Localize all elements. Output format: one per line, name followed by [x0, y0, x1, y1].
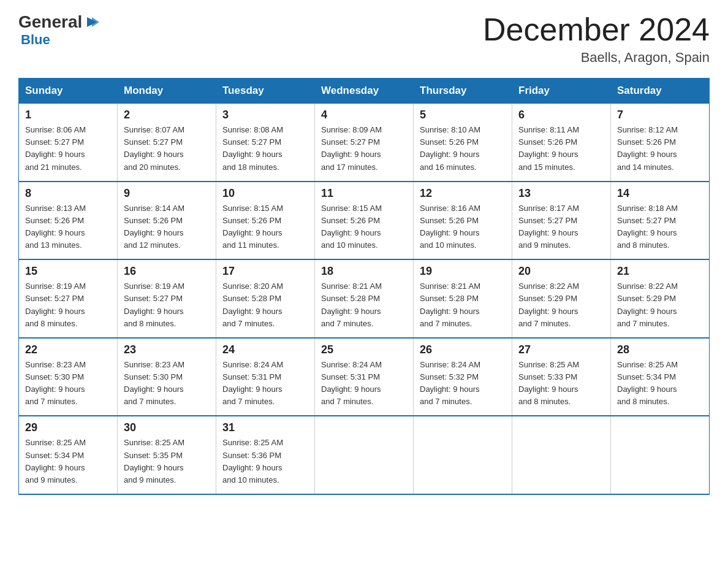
- day-info: Sunrise: 8:18 AM Sunset: 5:27 PM Dayligh…: [617, 202, 703, 252]
- day-info: Sunrise: 8:24 AM Sunset: 5:31 PM Dayligh…: [222, 359, 308, 408]
- calendar-day-cell: 4 Sunrise: 8:09 AM Sunset: 5:27 PM Dayli…: [315, 104, 414, 182]
- calendar-day-cell: 21 Sunrise: 8:22 AM Sunset: 5:29 PM Dayl…: [611, 259, 710, 338]
- day-info: Sunrise: 8:24 AM Sunset: 5:32 PM Dayligh…: [420, 359, 506, 408]
- day-info: Sunrise: 8:12 AM Sunset: 5:26 PM Dayligh…: [617, 124, 703, 174]
- calendar-empty-cell: [414, 416, 512, 494]
- calendar-week-row: 22 Sunrise: 8:23 AM Sunset: 5:30 PM Dayl…: [19, 338, 710, 416]
- calendar-day-cell: 17 Sunrise: 8:20 AM Sunset: 5:28 PM Dayl…: [216, 259, 315, 338]
- logo: General Blue: [18, 12, 102, 48]
- calendar-header-row: SundayMondayTuesdayWednesdayThursdayFrid…: [19, 79, 710, 104]
- day-info: Sunrise: 8:08 AM Sunset: 5:27 PM Dayligh…: [222, 124, 308, 174]
- page-header: General Blue December 2024 Baells, Arago…: [18, 12, 710, 66]
- day-number: 3: [222, 109, 308, 121]
- day-info: Sunrise: 8:25 AM Sunset: 5:35 PM Dayligh…: [124, 437, 210, 486]
- calendar-empty-cell: [315, 416, 414, 494]
- calendar-day-cell: 26 Sunrise: 8:24 AM Sunset: 5:32 PM Dayl…: [414, 338, 512, 416]
- calendar-day-cell: 9 Sunrise: 8:14 AM Sunset: 5:26 PM Dayli…: [118, 182, 216, 260]
- day-number: 13: [518, 187, 604, 200]
- calendar-day-cell: 25 Sunrise: 8:24 AM Sunset: 5:31 PM Dayl…: [315, 338, 414, 416]
- day-info: Sunrise: 8:13 AM Sunset: 5:26 PM Dayligh…: [25, 202, 111, 252]
- day-number: 25: [321, 343, 407, 356]
- day-number: 10: [222, 187, 308, 200]
- day-info: Sunrise: 8:22 AM Sunset: 5:29 PM Dayligh…: [617, 280, 703, 330]
- weekday-header-tuesday: Tuesday: [216, 79, 315, 104]
- weekday-header-wednesday: Wednesday: [315, 79, 414, 104]
- logo-general-text: General: [18, 12, 82, 32]
- day-number: 14: [617, 187, 703, 200]
- calendar-day-cell: 1 Sunrise: 8:06 AM Sunset: 5:27 PM Dayli…: [19, 104, 118, 182]
- day-number: 11: [321, 187, 407, 200]
- calendar-day-cell: 19 Sunrise: 8:21 AM Sunset: 5:28 PM Dayl…: [414, 259, 512, 338]
- day-number: 9: [124, 187, 210, 200]
- day-info: Sunrise: 8:20 AM Sunset: 5:28 PM Dayligh…: [222, 280, 308, 330]
- day-info: Sunrise: 8:17 AM Sunset: 5:27 PM Dayligh…: [518, 202, 604, 252]
- day-number: 31: [222, 421, 308, 434]
- day-info: Sunrise: 8:19 AM Sunset: 5:27 PM Dayligh…: [25, 280, 111, 330]
- calendar-day-cell: 28 Sunrise: 8:25 AM Sunset: 5:34 PM Dayl…: [611, 338, 710, 416]
- day-number: 20: [518, 265, 604, 278]
- calendar-day-cell: 20 Sunrise: 8:22 AM Sunset: 5:29 PM Dayl…: [512, 259, 611, 338]
- day-info: Sunrise: 8:14 AM Sunset: 5:26 PM Dayligh…: [124, 202, 210, 252]
- day-number: 27: [518, 343, 604, 356]
- calendar-day-cell: 18 Sunrise: 8:21 AM Sunset: 5:28 PM Dayl…: [315, 259, 414, 338]
- day-number: 24: [222, 343, 308, 356]
- day-number: 12: [420, 187, 506, 200]
- calendar-day-cell: 13 Sunrise: 8:17 AM Sunset: 5:27 PM Dayl…: [512, 182, 611, 260]
- day-info: Sunrise: 8:15 AM Sunset: 5:26 PM Dayligh…: [222, 202, 308, 252]
- calendar-table: SundayMondayTuesdayWednesdayThursdayFrid…: [18, 78, 710, 495]
- logo-blue-text: Blue: [21, 32, 102, 48]
- calendar-day-cell: 7 Sunrise: 8:12 AM Sunset: 5:26 PM Dayli…: [611, 104, 710, 182]
- calendar-day-cell: 6 Sunrise: 8:11 AM Sunset: 5:26 PM Dayli…: [512, 104, 611, 182]
- day-number: 5: [420, 109, 506, 121]
- calendar-day-cell: 5 Sunrise: 8:10 AM Sunset: 5:26 PM Dayli…: [414, 104, 512, 182]
- calendar-empty-cell: [611, 416, 710, 494]
- day-info: Sunrise: 8:07 AM Sunset: 5:27 PM Dayligh…: [124, 124, 210, 174]
- day-number: 18: [321, 265, 407, 278]
- day-number: 1: [25, 109, 111, 121]
- day-info: Sunrise: 8:11 AM Sunset: 5:26 PM Dayligh…: [518, 124, 604, 174]
- day-info: Sunrise: 8:21 AM Sunset: 5:28 PM Dayligh…: [420, 280, 506, 330]
- calendar-empty-cell: [512, 416, 611, 494]
- day-number: 15: [25, 265, 111, 278]
- weekday-header-monday: Monday: [118, 79, 216, 104]
- calendar-week-row: 15 Sunrise: 8:19 AM Sunset: 5:27 PM Dayl…: [19, 259, 710, 338]
- day-info: Sunrise: 8:15 AM Sunset: 5:26 PM Dayligh…: [321, 202, 407, 252]
- day-number: 7: [617, 109, 703, 121]
- day-info: Sunrise: 8:21 AM Sunset: 5:28 PM Dayligh…: [321, 280, 407, 330]
- calendar-day-cell: 3 Sunrise: 8:08 AM Sunset: 5:27 PM Dayli…: [216, 104, 315, 182]
- calendar-day-cell: 15 Sunrise: 8:19 AM Sunset: 5:27 PM Dayl…: [19, 259, 118, 338]
- calendar-day-cell: 12 Sunrise: 8:16 AM Sunset: 5:26 PM Dayl…: [414, 182, 512, 260]
- weekday-header-thursday: Thursday: [414, 79, 512, 104]
- day-number: 22: [25, 343, 111, 356]
- day-info: Sunrise: 8:23 AM Sunset: 5:30 PM Dayligh…: [124, 359, 210, 408]
- day-info: Sunrise: 8:25 AM Sunset: 5:34 PM Dayligh…: [25, 437, 111, 486]
- day-info: Sunrise: 8:25 AM Sunset: 5:34 PM Dayligh…: [617, 359, 703, 408]
- day-info: Sunrise: 8:23 AM Sunset: 5:30 PM Dayligh…: [25, 359, 111, 408]
- calendar-week-row: 1 Sunrise: 8:06 AM Sunset: 5:27 PM Dayli…: [19, 104, 710, 182]
- calendar-day-cell: 8 Sunrise: 8:13 AM Sunset: 5:26 PM Dayli…: [19, 182, 118, 260]
- day-info: Sunrise: 8:19 AM Sunset: 5:27 PM Dayligh…: [124, 280, 210, 330]
- day-number: 16: [124, 265, 210, 278]
- day-number: 29: [25, 421, 111, 434]
- day-number: 8: [25, 187, 111, 200]
- day-number: 30: [124, 421, 210, 434]
- weekday-header-saturday: Saturday: [611, 79, 710, 104]
- day-info: Sunrise: 8:09 AM Sunset: 5:27 PM Dayligh…: [321, 124, 407, 174]
- day-info: Sunrise: 8:06 AM Sunset: 5:27 PM Dayligh…: [25, 124, 111, 174]
- calendar-day-cell: 30 Sunrise: 8:25 AM Sunset: 5:35 PM Dayl…: [118, 416, 216, 494]
- day-number: 23: [124, 343, 210, 356]
- calendar-day-cell: 16 Sunrise: 8:19 AM Sunset: 5:27 PM Dayl…: [118, 259, 216, 338]
- day-number: 26: [420, 343, 506, 356]
- calendar-day-cell: 2 Sunrise: 8:07 AM Sunset: 5:27 PM Dayli…: [118, 104, 216, 182]
- calendar-day-cell: 10 Sunrise: 8:15 AM Sunset: 5:26 PM Dayl…: [216, 182, 315, 260]
- calendar-week-row: 29 Sunrise: 8:25 AM Sunset: 5:34 PM Dayl…: [19, 416, 710, 494]
- calendar-day-cell: 22 Sunrise: 8:23 AM Sunset: 5:30 PM Dayl…: [19, 338, 118, 416]
- day-number: 4: [321, 109, 407, 121]
- calendar-day-cell: 11 Sunrise: 8:15 AM Sunset: 5:26 PM Dayl…: [315, 182, 414, 260]
- subtitle: Baells, Aragon, Spain: [483, 50, 710, 66]
- day-number: 19: [420, 265, 506, 278]
- day-number: 2: [124, 109, 210, 121]
- calendar-day-cell: 23 Sunrise: 8:23 AM Sunset: 5:30 PM Dayl…: [118, 338, 216, 416]
- calendar-day-cell: 24 Sunrise: 8:24 AM Sunset: 5:31 PM Dayl…: [216, 338, 315, 416]
- calendar-day-cell: 27 Sunrise: 8:25 AM Sunset: 5:33 PM Dayl…: [512, 338, 611, 416]
